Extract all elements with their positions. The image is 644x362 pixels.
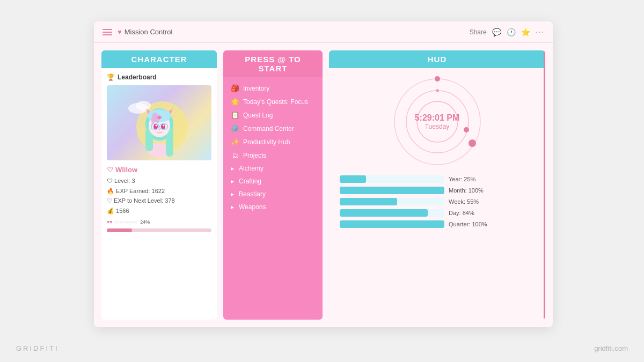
watermark-left: GRIDFITI [16,344,59,352]
hud-divider [544,50,545,320]
more-options-icon[interactable]: ··· [536,27,544,37]
hud-panel-body: 5:29:01 PM Tuesday Year: 25% [329,68,545,320]
character-name-icon: ♡ [107,166,113,174]
year-bar-outer [340,175,444,183]
svg-point-22 [159,129,160,130]
week-bar-outer [340,198,444,205]
quests-icon: 🌟 [231,98,239,106]
menu-item-command-label: Command Center [243,125,294,132]
productivity-icon: ✨ [231,138,239,146]
command-icon: ⚙️ [231,124,239,132]
menu-item-questlog-label: Quest Log [243,112,273,119]
day-bar-label: Day: 84% [449,210,474,216]
exp-earned-label: EXP Earned [116,188,148,194]
week-bar-label: Week: 55% [449,198,479,205]
menu-item-crafting-label: Crafting [239,178,261,185]
hud-panel-header: HUD [329,50,545,68]
leaderboard-label: Leaderboard [118,73,157,81]
menu-item-productivity[interactable]: ✨ Productivity Hub [229,135,317,149]
leaderboard-row[interactable]: 🏆 Leaderboard [107,73,211,81]
leaderboard-icon: 🏆 [107,73,115,81]
star-icon[interactable]: ⭐ [521,28,530,36]
progress-row-day: Day: 84% [340,209,535,217]
character-panel: CHARACTER 🏆 Leaderboard [101,50,217,320]
character-image [107,85,211,160]
svg-point-16 [161,124,165,129]
menu-item-beastiary[interactable]: ▶ Beastiary [229,188,317,201]
character-panel-body: 🏆 Leaderboard [101,68,217,320]
menu-item-projects[interactable]: 🗂 Projects [229,149,317,162]
svg-point-30 [436,89,439,92]
character-name: ♡ Willow [107,166,211,174]
menu-item-beastiary-label: Beastiary [239,190,266,198]
menu-item-command[interactable]: ⚙️ Command Center [229,122,317,135]
level-icon: 🛡 [107,178,114,184]
top-bar-left: ♥ Mission Control [103,28,172,36]
watermark-right: gridfiti.com [594,344,628,352]
character-progress-bar [107,228,211,232]
day-bar-outer [340,209,444,217]
app-title-text: Mission Control [125,28,173,36]
menu-item-quests[interactable]: 🌟 Today's Quests: Focus [229,95,317,108]
exp-earned-value: 1622 [152,188,165,194]
top-bar: ♥ Mission Control Share 💬 🕐 ⭐ ··· [94,21,553,43]
menu-item-alchemy[interactable]: ▶ Alchemy [229,162,317,175]
menu-panel-body: 🎒 Inventory 🌟 Today's Quests: Focus 📋 Qu… [223,77,323,320]
week-bar-fill [340,198,397,205]
content-area: CHARACTER 🏆 Leaderboard [94,43,553,327]
exp-next-row: ♡ EXP to Next Level: 378 [107,196,211,206]
exp-next-label: EXP to Next Level [114,197,162,204]
character-info: 🛡 Level: 3 🔥 EXP Earned: 1622 ♡ EXP to N… [107,176,211,232]
exp-next-icon: ♡ [107,197,114,204]
progress-row-week: Week: 55% [340,198,535,205]
menu-item-crafting[interactable]: ▶ Crafting [229,175,317,188]
comment-icon[interactable]: 💬 [492,28,501,36]
menu-item-projects-label: Projects [243,152,266,159]
progress-row-month: Month: 100% [340,187,535,194]
gold-value: 1566 [116,208,129,214]
month-bar-label: Month: 100% [449,187,484,194]
exp-next-value: 378 [165,197,174,204]
menu-item-alchemy-label: Alchemy [239,165,264,172]
menu-item-questlog[interactable]: 📋 Quest Log [229,108,317,122]
month-bar-fill [340,187,444,194]
crafting-arrow: ▶ [231,179,234,184]
clock-icon[interactable]: 🕐 [507,28,516,36]
quarter-bar-fill [340,220,444,228]
progress-row-year: Year: 25% [340,175,535,183]
svg-point-17 [155,124,157,126]
level-label: Level [114,178,128,184]
menu-item-weapons-label: Weapons [239,203,266,211]
exp-earned-icon: 🔥 [107,188,116,194]
svg-point-27 [435,76,440,82]
year-bar-fill [340,175,366,183]
beastiary-arrow: ▶ [231,192,234,197]
level-value: 3 [131,178,135,184]
quarter-bar-outer [340,220,444,228]
svg-point-28 [464,127,469,132]
menu-item-inventory[interactable]: 🎒 Inventory [229,82,317,95]
hud-panel: HUD [329,50,545,320]
menu-item-weapons[interactable]: ▶ Weapons [229,201,317,213]
clock-day: Tuesday [415,123,460,130]
weapons-arrow: ▶ [231,205,234,210]
menu-panel: PRESS @ TO START 🎒 Inventory 🌟 Today's Q… [223,50,323,320]
svg-point-29 [469,139,476,147]
gold-row: 💰 1566 [107,206,211,216]
hamburger-menu[interactable] [103,29,112,35]
menu-panel-header: PRESS @ TO START [223,50,323,77]
svg-point-15 [153,124,158,129]
character-svg [127,87,192,159]
heart-icon: ♥ [118,28,122,36]
menu-item-inventory-label: Inventory [243,85,269,92]
clock-area: 5:29:01 PM Tuesday [389,73,486,170]
menu-item-productivity-label: Productivity Hub [243,138,290,146]
share-button[interactable]: Share [470,28,487,36]
app-title: ♥ Mission Control [118,28,172,36]
clock-time: 5:29:01 PM [415,113,460,123]
exp-earned-row: 🔥 EXP Earned: 1622 [107,186,211,196]
inventory-icon: 🎒 [231,84,239,92]
alchemy-arrow: ▶ [231,166,234,171]
svg-point-3 [136,101,151,110]
progress-section: Year: 25% Month: 100% Week: 55% [334,175,540,232]
